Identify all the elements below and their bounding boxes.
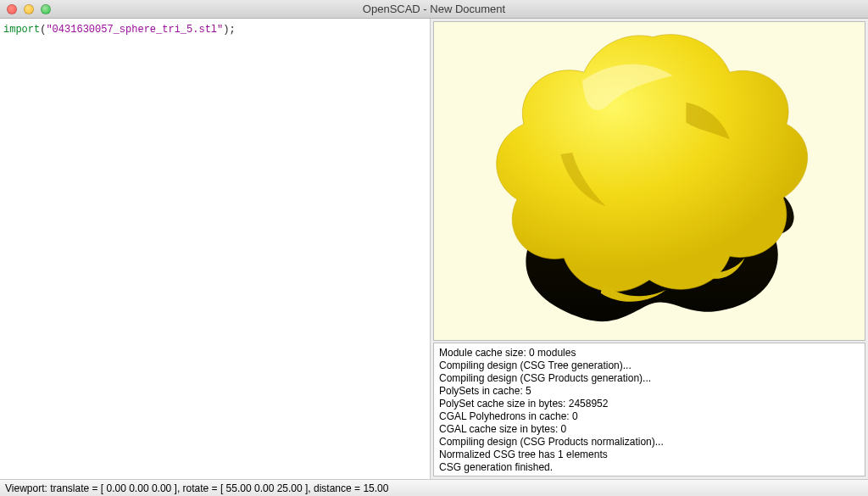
rendered-model-icon bbox=[434, 22, 865, 340]
console-line: Compiling design (CSG Products generatio… bbox=[439, 372, 860, 385]
console-output[interactable]: Module cache size: 0 modules Compiling d… bbox=[433, 343, 865, 476]
console-line: Normalized CSG tree has 1 elements bbox=[439, 449, 860, 461]
pane-splitter[interactable] bbox=[427, 237, 431, 271]
statusbar: Viewport: translate = [ 0.00 0.00 0.00 ]… bbox=[0, 479, 868, 496]
close-icon[interactable] bbox=[7, 4, 17, 14]
3d-viewport[interactable] bbox=[433, 21, 865, 341]
console-line: CSG generation finished. bbox=[439, 461, 860, 474]
code-close: ); bbox=[223, 24, 235, 36]
main-split: import("0431630057_sphere_tri_5.stl"); bbox=[0, 19, 868, 479]
zoom-icon[interactable] bbox=[41, 4, 51, 14]
console-line: Total rendering time: 0 hours, 0 minutes… bbox=[439, 474, 860, 476]
window-controls bbox=[0, 4, 51, 14]
console-line: PolySet cache size in bytes: 2458952 bbox=[439, 398, 860, 410]
titlebar: OpenSCAD - New Document bbox=[0, 0, 868, 19]
code-keyword: import bbox=[3, 24, 40, 36]
window-title: OpenSCAD - New Document bbox=[0, 3, 868, 15]
viewport-status-text: Viewport: translate = [ 0.00 0.00 0.00 ]… bbox=[5, 482, 388, 494]
console-line: CGAL cache size in bytes: 0 bbox=[439, 423, 860, 436]
console-line: Module cache size: 0 modules bbox=[439, 347, 860, 359]
console-line: CGAL Polyhedrons in cache: 0 bbox=[439, 410, 860, 423]
console-line: Compiling design (CSG Tree generation)..… bbox=[439, 359, 860, 372]
console-line: Compiling design (CSG Products normaliza… bbox=[439, 436, 860, 449]
code-string: "0431630057_sphere_tri_5.stl" bbox=[46, 24, 223, 36]
minimize-icon[interactable] bbox=[24, 4, 34, 14]
console-line: PolySets in cache: 5 bbox=[439, 385, 860, 398]
code-editor[interactable]: import("0431630057_sphere_tri_5.stl"); bbox=[0, 19, 431, 479]
right-pane: Module cache size: 0 modules Compiling d… bbox=[431, 19, 868, 479]
